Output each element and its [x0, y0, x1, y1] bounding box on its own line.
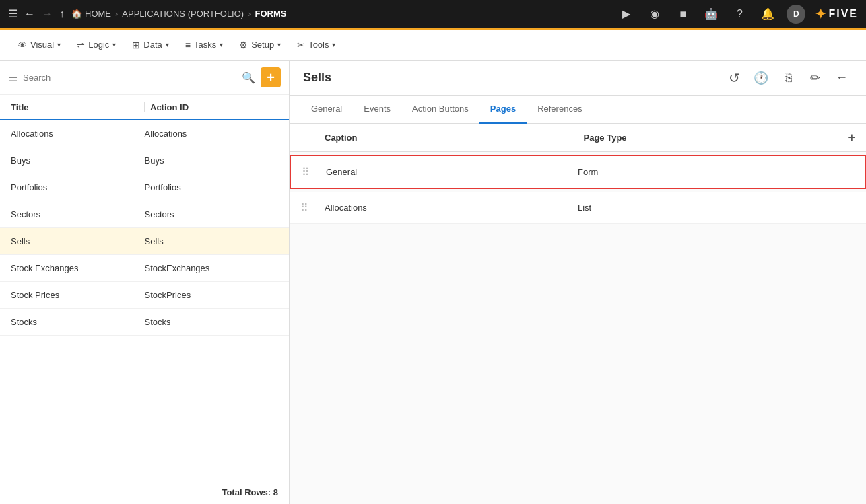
toolbar-visual[interactable]: 👁 Visual ▾	[11, 36, 67, 55]
history-icon[interactable]: 🕐	[750, 67, 772, 89]
row-title: Stocks	[11, 317, 145, 327]
top-nav-right: ▶ ◉ ■ 🤖 ? 🔔 D ✦ FIVE	[617, 5, 858, 24]
toolbar-tasks[interactable]: ≡ Tasks ▾	[178, 36, 230, 55]
setup-icon: ⚙	[239, 40, 248, 50]
forward-icon[interactable]: →	[42, 8, 53, 20]
tabs: General Events Action Buttons Pages Refe…	[290, 96, 866, 124]
edit-icon[interactable]: ✏	[804, 67, 826, 89]
page-caption-general: General	[326, 167, 578, 177]
type-col-header: Page Type	[584, 133, 832, 143]
pages-table-header: Caption Page Type +	[290, 124, 866, 152]
help-icon[interactable]: ?	[730, 5, 749, 24]
logic-dropdown-icon: ▾	[112, 41, 116, 48]
row-title: Sectors	[11, 209, 145, 219]
play-icon[interactable]: ▶	[617, 5, 636, 24]
search-bar: ⚌ 🔍 +	[0, 61, 289, 95]
add-button[interactable]: +	[261, 67, 281, 87]
table-body: Allocations Allocations Buys Buys Portfo…	[0, 120, 289, 480]
row-action: Sectors	[145, 209, 279, 219]
visual-icon: 👁	[18, 40, 27, 50]
row-action: StockExchanges	[145, 263, 279, 273]
toolbar-data-label: Data	[143, 40, 162, 50]
filter-icon: ⚌	[8, 71, 18, 84]
drag-handle-allocations: ⠿	[300, 201, 325, 214]
page-type-general: Form	[578, 167, 830, 177]
back-icon[interactable]: ←	[24, 8, 35, 20]
setup-dropdown-icon: ▾	[277, 41, 281, 48]
total-rows: Total Rows: 8	[222, 487, 278, 497]
breadcrumb-home[interactable]: 🏠 HOME	[71, 9, 111, 19]
right-panel: Sells ↺ 🕐 ⎘ ✏ ← General Events Action Bu…	[290, 61, 866, 504]
add-page-button[interactable]: +	[848, 131, 855, 145]
pages-row-general[interactable]: ⠿ General Form	[290, 155, 866, 189]
breadcrumb-applications-label: APPLICATIONS (PORTFOLIO)	[122, 9, 244, 19]
table-row[interactable]: Sectors Sectors	[0, 201, 289, 228]
table-header: Title Action ID	[0, 95, 289, 120]
top-nav-left: ☰ ← → ↑ 🏠 HOME › APPLICATIONS (PORTFOLIO…	[8, 7, 609, 20]
table-row-sells[interactable]: Sells Sells	[0, 228, 289, 255]
preview-icon[interactable]: ◉	[645, 5, 664, 24]
row-title: Stock Exchanges	[11, 263, 145, 273]
tools-dropdown-icon: ▾	[332, 41, 335, 48]
right-actions: ↺ 🕐 ⎘ ✏ ←	[723, 67, 853, 89]
row-action: Allocations	[145, 129, 279, 139]
drag-handle-general: ⠿	[302, 166, 326, 178]
notification-icon[interactable]: 🔔	[758, 5, 777, 24]
col-action-header: Action ID	[150, 102, 278, 112]
toolbar-tools[interactable]: ✂ Tools ▾	[290, 36, 342, 55]
breadcrumb-forms[interactable]: FORMS	[255, 9, 287, 19]
tab-events[interactable]: Events	[353, 96, 401, 124]
breadcrumb-sep-2: ›	[248, 9, 251, 19]
tab-references[interactable]: References	[527, 96, 593, 124]
tab-pages[interactable]: Pages	[479, 96, 527, 124]
page-caption-allocations: Allocations	[325, 203, 578, 213]
toolbar-visual-label: Visual	[30, 40, 54, 50]
row-action-sells: Sells	[145, 236, 279, 246]
toolbar-logic-label: Logic	[88, 40, 109, 50]
home-icon: 🏠	[71, 9, 82, 19]
breadcrumb-home-label: HOME	[85, 9, 111, 19]
toolbar-tasks-label: Tasks	[194, 40, 216, 50]
pages-content: Caption Page Type + ⠿ General Form ⠿ All…	[290, 124, 866, 504]
brand-text: FIVE	[828, 8, 858, 20]
copy-icon[interactable]: ⎘	[777, 67, 799, 89]
search-input[interactable]	[23, 73, 236, 83]
row-title: Portfolios	[11, 182, 145, 192]
logic-icon: ⇌	[77, 40, 85, 50]
up-icon[interactable]: ↑	[59, 8, 65, 20]
tab-action-buttons[interactable]: Action Buttons	[401, 96, 479, 124]
tasks-dropdown-icon: ▾	[220, 41, 223, 48]
refresh-icon[interactable]: ↺	[723, 67, 745, 89]
tools-icon: ✂	[297, 40, 305, 50]
breadcrumb-applications[interactable]: APPLICATIONS (PORTFOLIO)	[122, 9, 244, 19]
back-icon[interactable]: ←	[831, 67, 853, 89]
row-title: Buys	[11, 155, 145, 166]
avatar[interactable]: D	[787, 5, 805, 24]
tab-general[interactable]: General	[300, 96, 353, 124]
main-area: ⚌ 🔍 + Title Action ID Allocations Alloca…	[0, 61, 866, 504]
toolbar-logic[interactable]: ⇌ Logic ▾	[70, 36, 123, 55]
robot-icon[interactable]: 🤖	[702, 5, 721, 24]
table-footer: Total Rows: 8	[0, 480, 289, 504]
row-title: Stock Prices	[11, 290, 145, 300]
toolbar-data[interactable]: ⊞ Data ▾	[125, 36, 175, 55]
row-title-sells: Sells	[11, 236, 145, 246]
table-row[interactable]: Allocations Allocations	[0, 120, 289, 147]
toolbar-setup[interactable]: ⚙ Setup ▾	[232, 36, 288, 55]
five-brand: ✦ FIVE	[815, 6, 858, 22]
page-type-allocations: List	[578, 203, 831, 213]
search-icon[interactable]: 🔍	[242, 71, 255, 84]
menu-icon[interactable]: ☰	[8, 7, 18, 20]
stop-icon[interactable]: ■	[673, 5, 692, 24]
table-row[interactable]: Stock Exchanges StockExchanges	[0, 255, 289, 282]
table-row[interactable]: Portfolios Portfolios	[0, 174, 289, 201]
tasks-icon: ≡	[185, 40, 191, 50]
data-dropdown-icon: ▾	[166, 41, 169, 48]
row-action: Buys	[145, 155, 279, 166]
pages-row-allocations[interactable]: ⠿ Allocations List	[290, 192, 866, 224]
table-row[interactable]: Stock Prices StockPrices	[0, 282, 289, 309]
table-row[interactable]: Stocks Stocks	[0, 309, 289, 336]
table-row[interactable]: Buys Buys	[0, 147, 289, 174]
brand-star-icon: ✦	[815, 6, 826, 22]
row-action: StockPrices	[145, 290, 279, 300]
